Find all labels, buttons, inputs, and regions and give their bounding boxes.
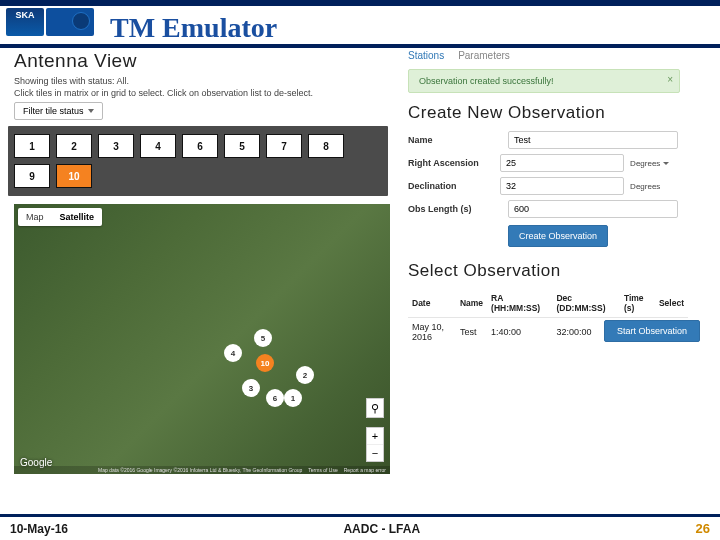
- obslen-input[interactable]: [508, 200, 678, 218]
- right-panel: Stations Parameters Observation created …: [408, 48, 712, 346]
- dec-label: Declination: [408, 181, 500, 191]
- filter-tile-status-dropdown[interactable]: Filter tile status: [14, 102, 103, 120]
- accent-bar: [0, 0, 720, 6]
- zoom-control: + −: [366, 427, 384, 462]
- ra-unit-label: Degrees: [630, 159, 660, 168]
- map[interactable]: Map Satellite 5 4 10 2 3 6 1 ⚲ + − Googl…: [14, 204, 390, 474]
- map-attr-text: Map data ©2016 Google Imagery ©2016 Info…: [98, 467, 302, 473]
- dec-unit: Degrees: [630, 182, 678, 191]
- name-input[interactable]: [508, 131, 678, 149]
- tile-8[interactable]: 8: [308, 134, 344, 158]
- create-observation-form: Name Right Ascension Degrees Declination…: [408, 131, 678, 247]
- chevron-down-icon: [663, 162, 669, 165]
- instruction-line: Click tiles in matrix or in grid to sele…: [14, 88, 394, 98]
- footer-page: 26: [696, 521, 710, 536]
- antenna-view-heading: Antenna View: [14, 50, 394, 72]
- col-select: Select: [655, 289, 688, 318]
- tile-10[interactable]: 10: [56, 164, 92, 188]
- marker-3[interactable]: 3: [242, 379, 260, 397]
- marker-cluster: 5 4 10 2 3 6 1: [214, 324, 334, 414]
- right-tabs: Stations Parameters: [408, 50, 712, 61]
- tile-7[interactable]: 7: [266, 134, 302, 158]
- name-label: Name: [408, 135, 508, 145]
- col-dec: Dec (DD:MM:SS): [552, 289, 619, 318]
- start-observation-button[interactable]: Start Observation: [604, 320, 700, 342]
- col-name: Name: [456, 289, 487, 318]
- footer-center: AADC - LFAA: [343, 522, 420, 536]
- select-observation-heading: Select Observation: [408, 261, 712, 281]
- app-screenshot: Antenna View Showing tiles with status: …: [8, 48, 712, 508]
- tile-2[interactable]: 2: [56, 134, 92, 158]
- pegman-icon[interactable]: ⚲: [366, 398, 384, 418]
- filter-label: Filter tile status: [23, 106, 84, 116]
- col-ra: RA (HH:MM:SS): [487, 289, 552, 318]
- tile-matrix: 1 2 3 4 6 5 7 8 9 10: [8, 126, 388, 196]
- marker-5[interactable]: 5: [254, 329, 272, 347]
- dec-input[interactable]: [500, 177, 624, 195]
- logo-group: [6, 8, 94, 36]
- tile-9[interactable]: 9: [14, 164, 50, 188]
- ra-unit-select[interactable]: Degrees: [630, 159, 678, 168]
- create-observation-heading: Create New Observation: [408, 103, 712, 123]
- marker-1[interactable]: 1: [284, 389, 302, 407]
- success-alert: Observation created successfully! ×: [408, 69, 680, 93]
- marker-4[interactable]: 4: [224, 344, 242, 362]
- status-line: Showing tiles with status: All.: [14, 76, 394, 86]
- tile-4[interactable]: 4: [140, 134, 176, 158]
- map-tab-map[interactable]: Map: [18, 208, 52, 226]
- zoom-in-button[interactable]: +: [367, 428, 383, 445]
- tile-6[interactable]: 6: [182, 134, 218, 158]
- zoom-out-button[interactable]: −: [367, 445, 383, 461]
- col-date: Date: [408, 289, 456, 318]
- tab-parameters[interactable]: Parameters: [458, 50, 510, 61]
- tile-5[interactable]: 5: [224, 134, 260, 158]
- slide-header: TM Emulator: [0, 0, 720, 44]
- tile-3[interactable]: 3: [98, 134, 134, 158]
- marker-10[interactable]: 10: [256, 354, 274, 372]
- map-terms[interactable]: Terms of Use: [308, 467, 337, 473]
- slide-footer: 10-May-16 AADC - LFAA 26: [0, 514, 720, 540]
- ska-logo: [6, 8, 44, 36]
- ra-label: Right Ascension: [408, 158, 500, 168]
- col-time: Time (s): [620, 289, 655, 318]
- alert-text: Observation created successfully!: [419, 76, 554, 86]
- map-type-switch: Map Satellite: [18, 208, 102, 226]
- close-icon[interactable]: ×: [667, 74, 673, 85]
- footer-date: 10-May-16: [10, 522, 68, 536]
- left-panel: Antenna View Showing tiles with status: …: [8, 48, 394, 474]
- map-attribution: Map data ©2016 Google Imagery ©2016 Info…: [14, 466, 390, 474]
- cell-date: May 10, 2016: [408, 318, 456, 347]
- map-report[interactable]: Report a map error: [344, 467, 386, 473]
- map-tab-satellite[interactable]: Satellite: [52, 208, 103, 226]
- ra-input[interactable]: [500, 154, 624, 172]
- cell-ra: 1:40:00: [487, 318, 552, 347]
- tile-1[interactable]: 1: [14, 134, 50, 158]
- tab-stations[interactable]: Stations: [408, 50, 444, 61]
- marker-2[interactable]: 2: [296, 366, 314, 384]
- obslen-label: Obs Length (s): [408, 204, 508, 214]
- cell-name: Test: [456, 318, 487, 347]
- create-observation-button[interactable]: Create Observation: [508, 225, 608, 247]
- partner-logo: [46, 8, 94, 36]
- marker-6[interactable]: 6: [266, 389, 284, 407]
- slide-title: TM Emulator: [110, 12, 277, 44]
- chevron-down-icon: [88, 109, 94, 113]
